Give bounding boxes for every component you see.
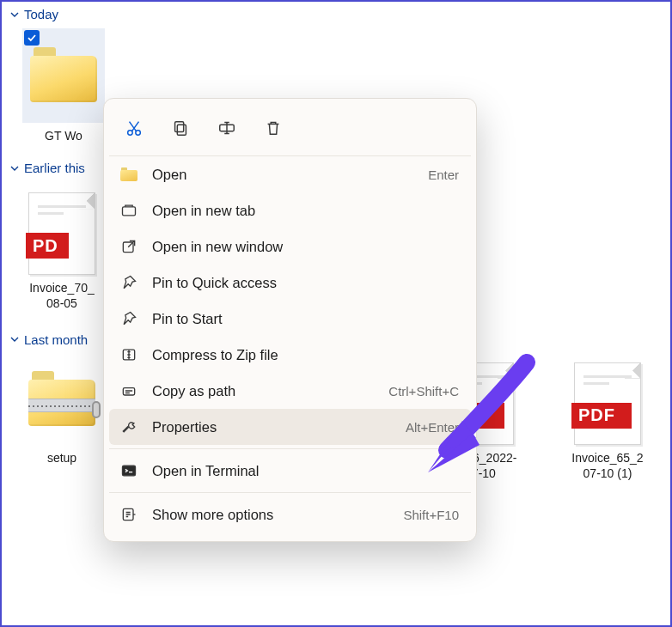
- menu-open-terminal[interactable]: Open in Terminal: [109, 453, 471, 489]
- file-label: GT Wo: [45, 128, 82, 143]
- file-label: Invoice_70_ 08-05: [29, 280, 95, 311]
- copy-path-icon: [119, 381, 138, 400]
- check-icon: [24, 30, 40, 46]
- context-menu: Open Enter Open in new tab Open in new w…: [103, 98, 477, 542]
- file-item-pdf[interactable]: PDF Invoice_65_2 07-10 (1): [557, 362, 658, 481]
- group-label: Earlier this: [24, 161, 85, 175]
- menu-pin-quick-access[interactable]: Pin to Quick access: [109, 265, 471, 301]
- chevron-down-icon: [10, 10, 19, 19]
- chevron-down-icon: [10, 335, 19, 344]
- svg-rect-5: [123, 207, 136, 216]
- menu-open-new-tab[interactable]: Open in new tab: [109, 192, 471, 228]
- folder-open-icon: [119, 165, 138, 184]
- folder-icon: [30, 47, 97, 104]
- svg-point-1: [136, 131, 141, 136]
- menu-open-new-window[interactable]: Open in new window: [109, 228, 471, 265]
- svg-rect-2: [177, 125, 186, 135]
- more-options-icon: [119, 505, 138, 524]
- svg-point-0: [128, 131, 133, 136]
- svg-rect-8: [123, 388, 134, 395]
- pin-icon: [119, 309, 138, 328]
- svg-rect-3: [175, 122, 184, 132]
- copy-button[interactable]: [162, 111, 199, 145]
- wrench-icon: [119, 417, 138, 436]
- file-label: setup: [47, 450, 76, 466]
- chevron-down-icon: [10, 164, 19, 173]
- menu-compress-zip[interactable]: Compress to Zip file: [109, 337, 471, 373]
- group-label: Last month: [24, 332, 88, 347]
- zip-folder-icon: [28, 371, 95, 428]
- rename-button[interactable]: [209, 111, 245, 145]
- external-window-icon: [119, 237, 138, 256]
- pin-icon: [119, 273, 138, 292]
- file-label: Invoice_65_2 07-10 (1): [571, 450, 643, 481]
- svg-rect-9: [123, 466, 136, 476]
- group-header-today[interactable]: Today: [2, 2, 670, 25]
- cut-button[interactable]: [116, 111, 152, 145]
- pdf-icon: PDF: [574, 362, 641, 445]
- group-label: Today: [24, 7, 58, 21]
- menu-show-more-options[interactable]: Show more options Shift+F10: [109, 496, 471, 533]
- menu-copy-path[interactable]: Copy as path Ctrl+Shift+C: [109, 373, 471, 409]
- file-item-pdf[interactable]: PD Invoice_70_ 08-05: [21, 192, 103, 311]
- menu-pin-start[interactable]: Pin to Start: [109, 301, 471, 337]
- zip-icon: [119, 345, 138, 364]
- pdf-band: PD: [26, 233, 69, 259]
- pdf-band: PDF: [571, 403, 632, 429]
- pdf-icon: PD: [28, 192, 95, 275]
- terminal-icon: [119, 461, 138, 480]
- context-toolbar: [109, 106, 471, 155]
- file-item-folder-selected[interactable]: GT Wo: [21, 28, 107, 143]
- menu-properties[interactable]: Properties Alt+Enter: [109, 409, 471, 445]
- file-item-zip[interactable]: setup: [21, 362, 103, 466]
- delete-button[interactable]: [255, 111, 291, 145]
- tab-icon: [119, 201, 138, 220]
- menu-open[interactable]: Open Enter: [109, 156, 471, 192]
